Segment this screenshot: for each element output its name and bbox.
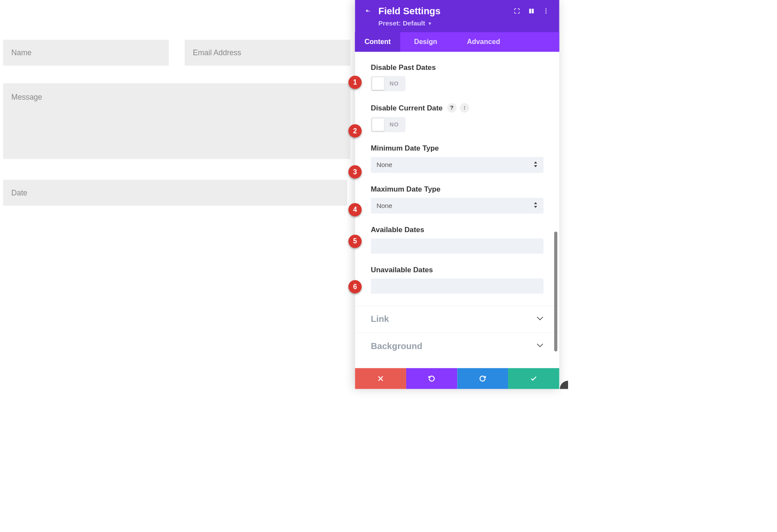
sort-icon <box>534 202 538 210</box>
cancel-button[interactable] <box>355 368 406 389</box>
email-placeholder: Email Address <box>193 48 241 57</box>
svg-point-5 <box>464 109 465 110</box>
save-button[interactable] <box>508 368 559 389</box>
annotation-badge-5: 5 <box>348 235 362 248</box>
caret-down-icon: ▼ <box>428 21 432 26</box>
options-icon[interactable] <box>460 103 469 113</box>
scrollbar[interactable] <box>554 232 557 352</box>
toggle-disable-current[interactable]: NO <box>371 117 405 132</box>
message-field[interactable]: Message <box>3 83 350 159</box>
sort-icon <box>534 161 538 169</box>
opt-available-dates: Available Dates <box>371 226 543 254</box>
accordion-link-label: Link <box>371 314 389 324</box>
back-icon[interactable] <box>364 6 373 15</box>
date-field[interactable]: Date <box>3 180 347 206</box>
opt-disable-current: Disable Current Date ? NO <box>371 103 543 132</box>
panel-body: Disable Past Dates NO Disable Current Da… <box>355 52 559 368</box>
tab-content[interactable]: Content <box>355 32 400 52</box>
opt-min-date-type-label: Minimum Date Type <box>371 144 543 153</box>
select-value: None <box>376 161 392 169</box>
accordion-background[interactable]: Background <box>355 333 559 359</box>
select-value: None <box>376 202 392 210</box>
opt-available-dates-label: Available Dates <box>371 226 543 234</box>
panel-header: Field Settings Preset: Default ▼ Content… <box>355 0 559 52</box>
toggle-knob <box>372 77 384 90</box>
chevron-down-icon <box>537 316 543 322</box>
preset-label: Preset: Default <box>379 19 425 27</box>
tab-design[interactable]: Design <box>400 32 451 52</box>
expand-icon[interactable] <box>512 6 521 15</box>
annotation-badge-3: 3 <box>348 165 362 179</box>
input-unavailable-dates[interactable] <box>371 279 543 294</box>
opt-disable-past-label: Disable Past Dates <box>371 63 543 72</box>
annotation-badge-6: 6 <box>348 280 362 293</box>
opt-max-date-type-label: Maximum Date Type <box>371 185 543 193</box>
opt-disable-current-label: Disable Current Date <box>371 104 442 112</box>
undo-button[interactable] <box>406 368 457 389</box>
toggle-knob <box>372 118 384 131</box>
preset-selector[interactable]: Preset: Default ▼ <box>355 19 559 32</box>
resize-handle[interactable] <box>560 381 568 389</box>
svg-point-1 <box>545 10 546 12</box>
select-min-date-type[interactable]: None <box>371 157 543 173</box>
select-max-date-type[interactable]: None <box>371 198 543 214</box>
annotation-badge-4: 4 <box>348 203 362 217</box>
annotation-badge-1: 1 <box>348 76 362 89</box>
accordion-background-label: Background <box>371 341 422 351</box>
name-placeholder: Name <box>11 48 32 57</box>
panel-footer <box>355 368 559 389</box>
message-placeholder: Message <box>11 93 42 101</box>
opt-min-date-type: Minimum Date Type None <box>371 144 543 173</box>
panel-tabs: Content Design Advanced <box>355 32 559 52</box>
svg-point-0 <box>545 9 546 10</box>
opt-disable-past: Disable Past Dates NO <box>371 63 543 91</box>
accordions: Link Background <box>355 305 559 359</box>
svg-point-3 <box>464 106 465 107</box>
toggle-state: NO <box>384 121 404 128</box>
svg-point-2 <box>545 13 546 14</box>
input-available-dates[interactable] <box>371 239 543 254</box>
toggle-disable-past[interactable]: NO <box>371 76 405 91</box>
chevron-down-icon <box>537 343 543 349</box>
opt-unavailable-dates-label: Unavailable Dates <box>371 266 543 274</box>
opt-unavailable-dates: Unavailable Dates <box>371 266 543 294</box>
email-field[interactable]: Email Address <box>185 40 351 66</box>
tab-advanced[interactable]: Advanced <box>451 32 509 52</box>
toggle-state: NO <box>384 80 404 87</box>
svg-point-4 <box>464 107 465 108</box>
settings-panel: Field Settings Preset: Default ▼ Content… <box>355 0 559 389</box>
panel-title: Field Settings <box>379 6 441 16</box>
opt-max-date-type: Maximum Date Type None <box>371 185 543 214</box>
redo-button[interactable] <box>457 368 508 389</box>
form-preview: Name Email Address Message Date <box>3 40 350 206</box>
name-field[interactable]: Name <box>3 40 169 66</box>
more-icon[interactable] <box>542 6 550 15</box>
annotation-badge-2: 2 <box>348 124 362 138</box>
columns-icon[interactable] <box>527 6 536 15</box>
accordion-link[interactable]: Link <box>355 306 559 332</box>
date-placeholder: Date <box>11 188 27 197</box>
help-icon[interactable]: ? <box>447 103 457 113</box>
